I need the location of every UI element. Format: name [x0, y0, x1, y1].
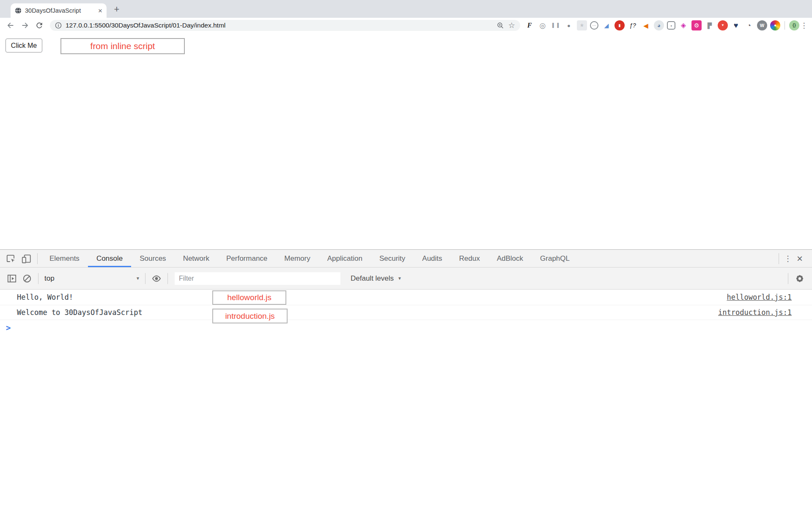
console-toolbar: top ▼ Default levels ▼: [0, 268, 812, 290]
devtools-tab-adblock[interactable]: AdBlock: [488, 250, 532, 267]
console-log-area: Hello, World! helloworld.js:1 Welcome to…: [0, 290, 812, 335]
globe-favicon-icon: [15, 7, 22, 14]
devtools-tab-network[interactable]: Network: [175, 250, 218, 267]
console-message-row: Hello, World! helloworld.js:1: [0, 290, 812, 305]
divider: [779, 253, 779, 264]
blocks-icon[interactable]: ▛: [705, 20, 715, 30]
browser-window: 30DaysOfJavaScript × + 127.0.0.1:5500/30…: [0, 0, 812, 508]
devtools-menu-icon[interactable]: ⋮: [782, 252, 793, 265]
atom-star-icon[interactable]: ◈: [678, 20, 689, 30]
bookmark-circle-icon[interactable]: ▼: [718, 20, 728, 30]
console-prompt[interactable]: >: [0, 320, 812, 335]
annotation-helloworld: helloworld.js: [212, 290, 286, 305]
back-icon[interactable]: [5, 19, 16, 31]
site-info-icon[interactable]: [55, 22, 62, 29]
devtools-tab-application[interactable]: Application: [319, 250, 371, 267]
frame-context-value: top: [44, 274, 55, 283]
log-levels-value: Default levels: [351, 274, 394, 283]
columns-icon[interactable]: ▌▐: [551, 20, 561, 30]
browser-menu-icon[interactable]: ⋮: [799, 20, 809, 30]
live-expression-eye-icon[interactable]: [150, 272, 163, 285]
devtools-tab-security[interactable]: Security: [371, 250, 414, 267]
stop-hand-icon[interactable]: ▮: [614, 20, 625, 30]
console-filter-input[interactable]: [175, 272, 340, 285]
devtools-tab-console[interactable]: Console: [88, 250, 131, 267]
devtools-tab-elements[interactable]: Elements: [41, 250, 88, 267]
browser-tab[interactable]: 30DaysOfJavaScript ×: [11, 3, 107, 18]
source-link[interactable]: helloworld.js:1: [727, 293, 792, 301]
inline-script-box: from inline script: [60, 38, 185, 54]
tab-close-icon[interactable]: ×: [98, 7, 102, 14]
clear-console-icon[interactable]: [21, 272, 33, 285]
chevron-down-icon: ▼: [398, 276, 402, 281]
dots-circle-icon[interactable]: ⋯: [590, 21, 598, 30]
devtools-tabbar: Elements Console Sources Network Perform…: [0, 250, 812, 268]
divider: [788, 273, 788, 284]
devtools-panel: Elements Console Sources Network Perform…: [0, 249, 812, 508]
swirl-icon[interactable]: ◕: [654, 20, 664, 30]
zoom-page-icon[interactable]: [497, 22, 505, 30]
log-levels-select[interactable]: Default levels ▼: [351, 274, 402, 283]
extensions-row: F ◎ ▌▐ ● * ⋯ ◢ ▮ ƒ? ◀ ◕ ● ◈ ⚙ ▛ ▼ ♥ ◔ W …: [524, 20, 799, 30]
new-tab-button[interactable]: +: [111, 4, 122, 15]
page-viewport: Click Me from inline script: [0, 33, 812, 249]
tab-title: 30DaysOfJavaScript: [25, 7, 95, 14]
devtools-close-icon[interactable]: ×: [793, 252, 806, 265]
megaphone-icon[interactable]: ◀: [641, 20, 651, 30]
console-message-row: Welcome to 30DaysOfJavaScript introducti…: [0, 305, 812, 320]
divider: [145, 273, 145, 284]
console-sidebar-icon[interactable]: [5, 272, 18, 285]
forward-icon[interactable]: [19, 19, 31, 31]
frame-context-select[interactable]: top ▼: [44, 274, 140, 283]
divider: [167, 273, 168, 284]
lens-icon[interactable]: ◎: [538, 20, 548, 30]
tab-strip: 30DaysOfJavaScript × +: [0, 0, 812, 18]
color-ring-icon[interactable]: ●: [770, 20, 780, 30]
extensions-divider: [785, 21, 785, 30]
w-circle-icon[interactable]: W: [757, 20, 767, 30]
prompt-chevron-icon: >: [6, 323, 11, 332]
devtools-tab-memory[interactable]: Memory: [276, 250, 318, 267]
annotation-introduction: introduction.js: [212, 309, 288, 323]
browser-toolbar: 127.0.0.1:5500/30DaysOfJavaScript/01-Day…: [0, 18, 812, 33]
json-braces-icon[interactable]: {}: [789, 20, 799, 30]
fontface-icon[interactable]: F: [524, 20, 535, 30]
console-message-text: Welcome to 30DaysOfJavaScript: [17, 308, 143, 317]
reload-icon[interactable]: [33, 19, 45, 31]
devtools-tab-audits[interactable]: Audits: [414, 250, 450, 267]
heart-search-icon[interactable]: ♥: [731, 20, 741, 30]
camera-icon[interactable]: ●: [667, 21, 675, 30]
bug-icon[interactable]: ●: [564, 20, 574, 30]
devtools-tab-performance[interactable]: Performance: [218, 250, 276, 267]
url-text: 127.0.0.1:5500/30DaysOfJavaScript/01-Day…: [66, 22, 493, 29]
click-me-button[interactable]: Click Me: [5, 39, 42, 52]
pink-gear-icon[interactable]: ⚙: [691, 20, 702, 30]
devtools-tab-graphql[interactable]: GraphQL: [532, 250, 578, 267]
device-toolbar-icon[interactable]: [20, 252, 33, 265]
console-message-text: Hello, World!: [17, 293, 73, 301]
console-settings-gear-icon[interactable]: [793, 272, 806, 285]
fn-question-icon[interactable]: ƒ?: [628, 20, 638, 30]
divider: [37, 253, 38, 264]
flower-tile-icon[interactable]: *: [577, 20, 587, 30]
inspect-element-icon[interactable]: [5, 252, 17, 265]
eyedropper-icon[interactable]: ◢: [601, 20, 612, 30]
bookmark-star-icon[interactable]: ☆: [508, 22, 515, 29]
chevron-down-icon: ▼: [136, 276, 140, 281]
source-link[interactable]: introduction.js:1: [718, 308, 792, 317]
address-bar[interactable]: 127.0.0.1:5500/30DaysOfJavaScript/01-Day…: [50, 20, 520, 31]
divider: [38, 273, 38, 284]
dial-icon[interactable]: ◔: [744, 20, 754, 30]
devtools-tab-sources[interactable]: Sources: [131, 250, 174, 267]
devtools-tab-redux[interactable]: Redux: [451, 250, 488, 267]
